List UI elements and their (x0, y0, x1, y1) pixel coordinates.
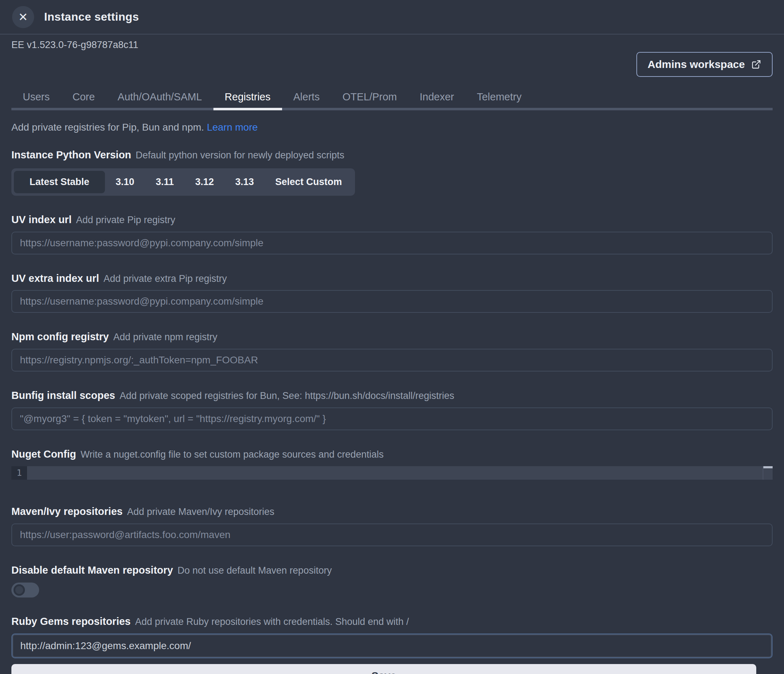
tab-core[interactable]: Core (61, 86, 106, 108)
uv-extra-index-header: UV extra index url Add private extra Pip… (11, 272, 773, 285)
admins-workspace-label: Admins workspace (648, 58, 745, 70)
tab-otel-prom[interactable]: OTEL/Prom (331, 86, 408, 108)
maven-disable-header: Disable default Maven repository Do not … (11, 564, 773, 576)
tab-registries[interactable]: Registries (213, 86, 282, 108)
npm-config-description: Add private npm registry (113, 332, 217, 342)
npm-config-header: Npm config registry Add private npm regi… (11, 331, 773, 343)
python-version-label: Instance Python Version (11, 149, 131, 160)
npm-config-input[interactable] (11, 349, 773, 372)
uv-index-header: UV index url Add private Pip registry (11, 213, 773, 226)
external-link-icon (751, 59, 761, 69)
maven-description: Add private Maven/Ivy repositories (127, 506, 274, 517)
bunfig-input[interactable] (11, 408, 773, 430)
python-option-3-11[interactable]: 3.11 (145, 171, 185, 193)
bunfig-description: Add private scoped registries for Bun, S… (120, 391, 454, 401)
maven-header: Maven/Ivy repositories Add private Maven… (11, 505, 773, 518)
nuget-description: Write a nuget.config file to set custom … (80, 449, 383, 460)
close-icon: ✕ (19, 11, 28, 23)
uv-extra-index-input[interactable] (11, 290, 773, 313)
close-button[interactable]: ✕ (12, 6, 34, 28)
ruby-header: Ruby Gems repositories Add private Ruby … (11, 615, 773, 628)
modal-header: ✕ Instance settings (0, 0, 784, 34)
python-version-description: Default python version for newly deploye… (135, 150, 344, 160)
registries-intro: Add private registries for Pip, Bun and … (11, 122, 773, 133)
settings-tabs: Users Core Auth/OAuth/SAML Registries Al… (11, 86, 773, 108)
nuget-header: Nuget Config Write a nuget.config file t… (11, 448, 773, 461)
maven-disable-toggle[interactable] (11, 582, 39, 598)
tab-users[interactable]: Users (11, 86, 61, 108)
editor-line-number: 1 (11, 466, 27, 480)
bunfig-label: Bunfig install scopes (11, 390, 115, 401)
uv-extra-index-label: UV extra index url (11, 272, 99, 284)
uv-index-label: UV index url (11, 214, 72, 225)
bunfig-header: Bunfig install scopes Add private scoped… (11, 389, 773, 402)
maven-input[interactable] (11, 523, 773, 546)
uv-extra-index-description: Add private extra Pip registry (104, 273, 227, 284)
maven-disable-label: Disable default Maven repository (11, 564, 173, 576)
tab-auth-oauth-saml[interactable]: Auth/OAuth/SAML (106, 86, 213, 108)
python-option-3-10[interactable]: 3.10 (105, 171, 145, 193)
admins-workspace-button[interactable]: Admins workspace (636, 52, 773, 77)
editor-scroll-thumb[interactable] (763, 466, 773, 468)
uv-index-input[interactable] (11, 232, 773, 254)
version-text: EE v1.523.0-76-g98787a8c11 (11, 39, 773, 51)
ruby-gems-input[interactable] (11, 634, 773, 658)
python-option-latest-stable[interactable]: Latest Stable (14, 171, 105, 193)
tab-telemetry[interactable]: Telemetry (465, 86, 533, 108)
save-button[interactable]: Save (11, 664, 756, 674)
clipped-heading: Windmill (11, 34, 773, 38)
python-option-3-12[interactable]: 3.12 (185, 171, 225, 193)
page-title: Instance settings (44, 10, 139, 23)
editor-code-area[interactable] (27, 466, 763, 480)
maven-label: Maven/Ivy repositories (11, 506, 123, 517)
python-version-selector: Latest Stable 3.10 3.11 3.12 3.13 Select… (11, 168, 355, 196)
uv-index-description: Add private Pip registry (76, 215, 175, 225)
editor-minimap[interactable] (763, 466, 773, 480)
nuget-config-editor[interactable]: 1 (11, 466, 773, 480)
npm-config-label: Npm config registry (11, 331, 109, 342)
ruby-label: Ruby Gems repositories (11, 616, 131, 627)
python-option-select-custom[interactable]: Select Custom (264, 171, 353, 193)
python-version-header: Instance Python Version Default python v… (11, 149, 773, 161)
learn-more-link[interactable]: Learn more (207, 122, 258, 133)
tabs-underline (11, 108, 773, 111)
tab-indexer[interactable]: Indexer (408, 86, 466, 108)
nuget-label: Nuget Config (11, 448, 76, 460)
toggle-knob (14, 584, 25, 596)
python-option-3-13[interactable]: 3.13 (224, 171, 264, 193)
intro-text: Add private registries for Pip, Bun and … (11, 122, 204, 133)
tab-alerts[interactable]: Alerts (282, 86, 331, 108)
ruby-description: Add private Ruby repositories with crede… (135, 616, 409, 627)
maven-disable-description: Do not use default Maven repository (177, 565, 332, 576)
